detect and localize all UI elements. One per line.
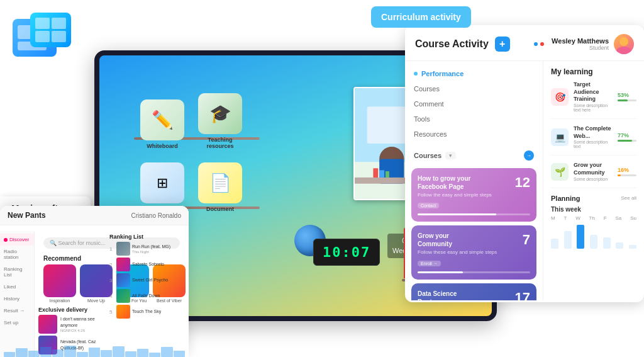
shelf-row-1: ✏️ Whiteboard 🎓 Teaching resources — [137, 93, 245, 149]
curriculum-right: My learning 🎯 Target Audience Training S… — [543, 61, 644, 300]
shelf-item-whiteboard[interactable]: ✏️ Whiteboard — [137, 99, 187, 149]
ml-icon-2: 💻 — [551, 128, 569, 146]
ranking-item-4[interactable]: 4 All Falls Down — [109, 289, 186, 303]
user-name: Wesley Matthews — [552, 37, 609, 45]
curriculum-activity-badge: Curriculum activity — [371, 6, 471, 28]
my-learning-item-3[interactable]: 🌱 Grow your Community Some description 1… — [551, 162, 636, 188]
ml-icon-1: 🎯 — [551, 88, 569, 106]
filter-blue-btn[interactable]: → — [524, 150, 534, 161]
nav-item-courses[interactable]: Courses — [405, 81, 543, 96]
nav-item-resources[interactable]: Resources — [405, 127, 543, 142]
svg-rect-11 — [386, 171, 389, 178]
curriculum-user-info: Wesley Matthews Student — [552, 34, 634, 54]
curriculum-title: Course Activity — [415, 38, 489, 50]
sidebar-item-radio[interactable]: Radio station — [0, 246, 34, 263]
curriculum-left: Performance Courses Comment Tools Resour… — [405, 61, 543, 300]
music-header: New Pants Cristiano Ronaldo — [0, 206, 189, 225]
planning-bars — [551, 224, 636, 249]
exclusive-thumb-1 — [38, 315, 57, 334]
my-learning-title: My learning — [551, 67, 636, 76]
nav-item-tools[interactable]: Tools — [405, 111, 543, 127]
music-card-1[interactable] — [43, 264, 76, 297]
ranking-item-2[interactable]: 2 Sabreto Sobreto — [109, 258, 186, 271]
course-card-3[interactable]: Data Science Bootcamp Follow these easy … — [411, 283, 536, 300]
nav-item-performance[interactable]: Performance — [405, 66, 543, 81]
planning-header: Planning See all — [551, 195, 636, 202]
filter-sort-btn[interactable]: ▾ — [445, 152, 456, 159]
sidebar-item-result[interactable]: Result → — [0, 305, 34, 317]
music-ranking-list: Ranking List 1 Run Run (feat. MG) This N… — [107, 231, 189, 323]
music-panel: New Pants Cristiano Ronaldo Discover Rad… — [0, 206, 189, 357]
svg-rect-2 — [367, 106, 411, 144]
user-avatar — [614, 34, 634, 54]
sidebar-item-ranking[interactable]: Ranking List — [0, 263, 34, 281]
shelf-item-teaching[interactable]: 🎓 Teaching resources — [195, 93, 245, 149]
svg-rect-10 — [379, 170, 384, 178]
planning-this-week: This week — [551, 206, 636, 213]
curriculum-body: Performance Courses Comment Tools Resour… — [405, 61, 644, 300]
ranking-item-1[interactable]: 1 Run Run (feat. MG) This Night — [109, 242, 186, 256]
music-user-name: Cristiano Ronaldo — [131, 212, 182, 219]
clock-time: 10:07 — [323, 244, 370, 260]
sidebar-item-setup[interactable]: Set up — [0, 317, 34, 329]
clock-display: 10:07 — [313, 239, 380, 266]
my-learning-item-2[interactable]: 💻 The Complete Web... Some description t… — [551, 125, 636, 156]
music-main-content: 🔍 Search for music... Recommend Inspirat… — [35, 231, 189, 357]
course-card-2[interactable]: Grow your Community Follow these easy an… — [411, 225, 536, 279]
svg-point-13 — [616, 47, 631, 54]
curriculum-badge-label: Curriculum activity — [381, 12, 461, 22]
app-windows-icon — [13, 13, 82, 76]
ranking-item-3[interactable]: 3 Sweet Girl Psycho — [109, 273, 186, 287]
sidebar-item-liked[interactable]: Liked — [0, 281, 34, 293]
nav-dot-2 — [540, 42, 544, 46]
planning-section: Planning See all This week M T W Th F Sa… — [551, 195, 636, 249]
ml-icon-3: 🌱 — [551, 163, 569, 181]
curriculum-add-button[interactable]: + — [495, 37, 510, 52]
user-role: Student — [552, 45, 609, 51]
nav-item-comment[interactable]: Comment — [405, 96, 543, 111]
nav-dot-icon — [414, 72, 418, 76]
curriculum-panel: Course Activity + Wesley Matthews Studen… — [405, 25, 644, 302]
waveform — [0, 344, 189, 357]
sidebar-item-discover[interactable]: Discover — [0, 234, 34, 246]
shelf-row-2: ⊞ More applications 📄 Document — [137, 162, 245, 212]
curriculum-nav: Performance Courses Comment Tools Resour… — [405, 61, 543, 147]
shelf-item-more-apps[interactable]: ⊞ More applications — [137, 162, 187, 212]
my-learning-item-1[interactable]: 🎯 Target Audience Training Some descript… — [551, 81, 636, 119]
course-filter: Courses ▾ → — [405, 147, 543, 164]
exclusive-card-1[interactable]: I don't wanna see anymore NGNFOX 4:26 — [38, 315, 103, 334]
sidebar-item-history[interactable]: History — [0, 293, 34, 305]
nav-dot — [534, 42, 538, 46]
ranking-item-5[interactable]: 5 Touch The Sky — [109, 305, 186, 319]
curriculum-header: Course Activity + Wesley Matthews Studen… — [405, 25, 644, 61]
music-panel-title: New Pants — [8, 211, 46, 220]
svg-rect-9 — [373, 168, 378, 178]
planning-day-labels: M T W Th F Sa Su — [551, 215, 636, 221]
sidebar-dot — [4, 238, 8, 242]
course-card-1[interactable]: How to grow your Facebook Page Follow th… — [411, 168, 536, 222]
shelf-item-document[interactable]: 📄 Document — [195, 162, 245, 212]
svg-point-12 — [619, 37, 628, 46]
music-sidebar: Discover Radio station Ranking List Like… — [0, 231, 35, 357]
